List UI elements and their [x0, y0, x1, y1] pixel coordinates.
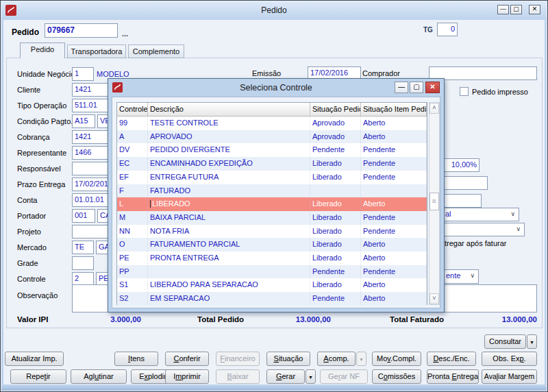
table-row[interactable]: OFATURAMENTO PARCIALLiberadoAberto — [117, 238, 427, 252]
scroll-down-icon[interactable]: ˅ — [429, 293, 439, 304]
field-label: Controle — [17, 275, 46, 283]
cell-controle: S2 — [117, 292, 148, 306]
table-row[interactable]: PEPRONTA ENTREGALiberadoAberto — [117, 252, 427, 265]
pedido-field-label: Pedido — [12, 27, 39, 37]
table-row[interactable]: MBAIXA PARCIALLiberadoPendente — [117, 211, 427, 225]
cell-controle: 99 — [117, 117, 148, 130]
minimize-icon[interactable]: — — [395, 82, 408, 93]
tab-complemento[interactable]: Complemento — [128, 45, 184, 58]
desc-enc-button[interactable]: Desc./Enc. — [427, 352, 476, 366]
cell-descricao: ENCAMINHADO EXPEDIÇÃO — [148, 157, 310, 171]
portador-input[interactable]: 001 — [72, 209, 95, 223]
field-label: Conta — [17, 196, 37, 204]
cell-descricao: PEDIDO DIVERGENTE — [148, 143, 310, 157]
itens-button[interactable]: Itens — [114, 352, 158, 366]
field-label: Cobrança — [17, 133, 50, 141]
table-row[interactable]: S2EM SEPARACAOPendenteAberto — [117, 292, 427, 306]
cell-situacao-pedido: Aprovado — [310, 117, 361, 130]
consultar-dropdown-button[interactable]: ▼ — [527, 334, 537, 349]
pedido-number-input[interactable]: 079667 — [45, 23, 118, 38]
pedido-impresso-checkbox[interactable] — [460, 87, 469, 96]
column-header-descricao[interactable]: Descrição — [148, 103, 310, 117]
cell-controle: DV — [117, 143, 148, 157]
chevron-down-icon: ∨ — [516, 225, 521, 232]
cell-descricao: ENTREGA FUTURA — [148, 171, 310, 184]
column-header-situacao-pedido[interactable]: Situação Pedido — [310, 103, 361, 117]
table-row[interactable]: PPPendentePendente — [117, 265, 427, 279]
tg-input[interactable]: 0 — [437, 23, 458, 36]
cell-situacao-pedido: Liberado — [310, 197, 361, 211]
cell-situacao-item: Aberto — [361, 238, 427, 252]
field-label: Projeto — [17, 228, 41, 236]
unidade-negocio-desc: MODELO — [97, 70, 129, 78]
condicao-pagto-input[interactable]: A15 — [72, 114, 95, 128]
repetir-button[interactable]: Repetir — [10, 369, 66, 384]
tab-pedido[interactable]: Pedido — [20, 42, 65, 58]
cell-situacao-pedido: Liberado — [310, 225, 361, 238]
window-title: Pedido — [1, 5, 547, 15]
imprimir-button[interactable]: Imprimir — [165, 369, 209, 384]
pronta-entrega-button[interactable]: Pronta Entrega — [427, 369, 479, 384]
table-scrollbar[interactable]: ˄ ≡ ˅ — [429, 102, 440, 305]
scroll-up-icon[interactable]: ˄ — [429, 103, 439, 114]
table-row[interactable]: 99TESTE CONTROLEAprovadoAberto — [117, 117, 427, 130]
cell-descricao: PRONTA ENTREGA — [148, 252, 310, 265]
minimize-icon[interactable]: — — [497, 5, 509, 14]
gerar-button[interactable]: Gerar — [266, 369, 305, 384]
mercado-input[interactable]: TE — [72, 241, 94, 254]
mov-compl-button[interactable]: Mov.Compl. — [372, 352, 421, 366]
triangle-down-icon: ▼ — [530, 340, 534, 345]
table-row[interactable]: DVPEDIDO DIVERGENTEPendentePendente — [117, 143, 427, 157]
close-icon[interactable]: ✕ — [425, 82, 440, 93]
cell-situacao-item — [361, 184, 427, 198]
grade-input[interactable] — [72, 256, 94, 270]
atualizar-imp-button[interactable]: Atualizar Imp. — [5, 352, 64, 366]
field-label: Portador — [17, 212, 46, 220]
aglutinar-button[interactable]: Aglutinar — [71, 369, 127, 384]
table-row[interactable]: AAPROVADOAprovadoAberto — [117, 130, 427, 144]
avaliar-margem-button[interactable]: Avaliar Margem — [482, 369, 537, 384]
cell-controle: F — [117, 184, 148, 198]
conferir-button[interactable]: Conferir — [165, 352, 209, 366]
close-icon[interactable]: ✕ — [529, 5, 540, 14]
table-row[interactable]: EFENTREGA FUTURALiberadoPendente — [117, 171, 427, 184]
consultar-button[interactable]: Consultar — [484, 334, 526, 349]
cell-situacao-pedido: Liberado — [310, 211, 361, 225]
maximize-icon[interactable]: ▢ — [510, 5, 522, 14]
cell-situacao-pedido: Liberado — [310, 252, 361, 265]
cell-controle: M — [117, 211, 148, 225]
field-label: Grade — [17, 259, 38, 267]
table-row[interactable]: LLIBERADOLiberadoAberto — [117, 197, 427, 211]
cell-descricao: BAIXA PARCIAL — [148, 211, 310, 225]
pedido-impresso-label: Pedido impresso — [472, 88, 528, 96]
obs-exp-button[interactable]: Obs. Exp. — [482, 352, 537, 366]
column-header-controle[interactable]: Controle — [117, 103, 148, 117]
acomp-button[interactable]: Acomp. — [317, 352, 356, 366]
situacao-button[interactable]: Situação — [266, 352, 310, 366]
total-faturado-value: 13.000,00 — [473, 315, 537, 323]
field-label: Cliente — [17, 86, 40, 94]
pedido-lookup-button[interactable]: ... — [122, 29, 128, 38]
column-header-situacao-item-pedido[interactable]: Situação Item Pedido — [361, 103, 427, 117]
table-row[interactable]: ECENCAMINHADO EXPEDIÇÃOLiberadoPendente — [117, 157, 427, 171]
table-row[interactable]: FFATURADO — [117, 184, 427, 198]
dialog-title: Seleciona Controle — [108, 83, 444, 93]
comprador-input[interactable] — [429, 66, 537, 80]
table-row[interactable]: S1LIBERADO PARA SEPARACAOLiberadoAberto — [117, 278, 427, 292]
tab-transportadora[interactable]: Transportadora — [67, 45, 126, 58]
cell-descricao: NOTA FRIA — [148, 225, 310, 238]
tg-label: TG — [423, 26, 433, 34]
scrollbar-thumb[interactable]: ≡ — [429, 193, 439, 210]
chevron-down-icon: ∨ — [470, 272, 475, 279]
cell-situacao-pedido: Pendente — [310, 265, 361, 279]
table-row[interactable]: NNNOTA FRIALiberadoPendente — [117, 225, 427, 238]
cell-descricao: LIBERADO — [148, 197, 310, 211]
cell-situacao-item: Pendente — [361, 157, 427, 171]
cell-controle: A — [117, 130, 148, 144]
cell-controle: EC — [117, 157, 148, 171]
unidade-negocio-input[interactable]: 1 — [72, 67, 94, 81]
controle-input[interactable]: 2 — [72, 272, 94, 286]
gerar-dropdown-button[interactable]: ▼ — [306, 369, 316, 384]
maximize-icon[interactable]: ▢ — [410, 82, 423, 93]
comissoes-button[interactable]: Comissões — [372, 369, 421, 384]
